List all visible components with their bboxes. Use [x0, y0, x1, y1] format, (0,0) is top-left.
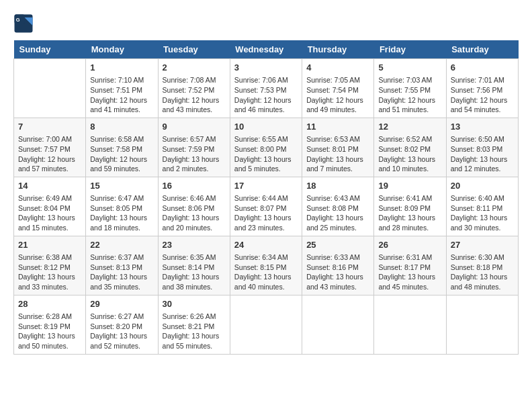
calendar-table: SundayMondayTuesdayWednesdayThursdayFrid…: [13, 40, 519, 355]
day-info: Sunrise: 6:49 AM Sunset: 8:04 PM Dayligh…: [18, 193, 81, 233]
day-info: Sunrise: 6:55 AM Sunset: 8:00 PM Dayligh…: [234, 134, 298, 174]
weekday-header-monday: Monday: [86, 40, 158, 59]
calendar-week-1: 1Sunrise: 7:10 AM Sunset: 7:51 PM Daylig…: [14, 59, 519, 118]
day-info: Sunrise: 6:37 AM Sunset: 8:13 PM Dayligh…: [90, 253, 153, 292]
day-number: 30: [163, 298, 226, 310]
weekday-header-friday: Friday: [374, 40, 446, 59]
day-number: 19: [378, 180, 441, 192]
day-number: 15: [90, 180, 153, 192]
day-number: 29: [90, 298, 153, 310]
day-info: Sunrise: 6:53 AM Sunset: 8:01 PM Dayligh…: [306, 134, 369, 174]
day-number: 18: [306, 180, 369, 192]
calendar-cell: 15Sunrise: 6:47 AM Sunset: 8:05 PM Dayli…: [86, 177, 158, 236]
calendar-week-4: 21Sunrise: 6:38 AM Sunset: 8:12 PM Dayli…: [14, 236, 519, 295]
calendar-cell: 23Sunrise: 6:35 AM Sunset: 8:14 PM Dayli…: [158, 236, 230, 295]
day-number: 21: [18, 239, 81, 251]
day-number: 2: [163, 62, 226, 74]
calendar-cell: 4Sunrise: 7:05 AM Sunset: 7:54 PM Daylig…: [302, 59, 374, 118]
day-number: 22: [90, 239, 153, 251]
day-number: 26: [378, 239, 441, 251]
day-number: 16: [163, 180, 226, 192]
calendar-cell: 26Sunrise: 6:31 AM Sunset: 8:17 PM Dayli…: [374, 236, 446, 295]
day-number: 20: [451, 180, 514, 192]
calendar-cell: 9Sunrise: 6:57 AM Sunset: 7:59 PM Daylig…: [158, 118, 230, 177]
day-number: 6: [451, 62, 514, 74]
day-number: 28: [18, 298, 81, 310]
day-number: 11: [306, 121, 369, 133]
day-number: 17: [234, 180, 298, 192]
calendar-cell: [446, 295, 518, 354]
calendar-week-3: 14Sunrise: 6:49 AM Sunset: 8:04 PM Dayli…: [14, 177, 519, 236]
day-info: Sunrise: 6:58 AM Sunset: 7:58 PM Dayligh…: [90, 134, 153, 174]
day-number: 23: [163, 239, 226, 251]
day-number: 13: [451, 121, 514, 133]
day-info: Sunrise: 7:05 AM Sunset: 7:54 PM Dayligh…: [306, 75, 369, 115]
day-info: Sunrise: 6:34 AM Sunset: 8:15 PM Dayligh…: [234, 253, 298, 292]
calendar-week-2: 7Sunrise: 7:00 AM Sunset: 7:57 PM Daylig…: [14, 118, 519, 177]
weekday-header-wednesday: Wednesday: [230, 40, 302, 59]
calendar-cell: 14Sunrise: 6:49 AM Sunset: 8:04 PM Dayli…: [14, 177, 86, 236]
day-number: 14: [18, 180, 81, 192]
day-info: Sunrise: 6:31 AM Sunset: 8:17 PM Dayligh…: [378, 253, 441, 292]
day-info: Sunrise: 6:44 AM Sunset: 8:07 PM Dayligh…: [234, 193, 298, 233]
calendar-cell: 25Sunrise: 6:33 AM Sunset: 8:16 PM Dayli…: [302, 236, 374, 295]
calendar-cell: 11Sunrise: 6:53 AM Sunset: 8:01 PM Dayli…: [302, 118, 374, 177]
calendar-cell: 2Sunrise: 7:08 AM Sunset: 7:52 PM Daylig…: [158, 59, 230, 118]
day-number: 27: [451, 239, 514, 251]
calendar-cell: 3Sunrise: 7:06 AM Sunset: 7:53 PM Daylig…: [230, 59, 302, 118]
calendar-cell: 10Sunrise: 6:55 AM Sunset: 8:00 PM Dayli…: [230, 118, 302, 177]
day-number: 8: [90, 121, 153, 133]
day-info: Sunrise: 6:43 AM Sunset: 8:08 PM Dayligh…: [306, 193, 369, 233]
calendar-cell: 30Sunrise: 6:26 AM Sunset: 8:21 PM Dayli…: [158, 295, 230, 354]
day-info: Sunrise: 6:28 AM Sunset: 8:19 PM Dayligh…: [18, 312, 81, 351]
calendar-cell: [14, 59, 86, 118]
weekday-header-tuesday: Tuesday: [158, 40, 230, 59]
day-info: Sunrise: 6:38 AM Sunset: 8:12 PM Dayligh…: [18, 253, 81, 292]
calendar-cell: 21Sunrise: 6:38 AM Sunset: 8:12 PM Dayli…: [14, 236, 86, 295]
calendar-cell: [374, 295, 446, 354]
calendar-cell: 5Sunrise: 7:03 AM Sunset: 7:55 PM Daylig…: [374, 59, 446, 118]
weekday-header-sunday: Sunday: [14, 40, 86, 59]
calendar-cell: 8Sunrise: 6:58 AM Sunset: 7:58 PM Daylig…: [86, 118, 158, 177]
calendar-week-5: 28Sunrise: 6:28 AM Sunset: 8:19 PM Dayli…: [14, 295, 519, 354]
day-info: Sunrise: 6:26 AM Sunset: 8:21 PM Dayligh…: [163, 312, 226, 351]
weekday-header-saturday: Saturday: [446, 40, 518, 59]
calendar-cell: 6Sunrise: 7:01 AM Sunset: 7:56 PM Daylig…: [446, 59, 518, 118]
svg-text:G: G: [16, 17, 20, 23]
day-info: Sunrise: 7:08 AM Sunset: 7:52 PM Dayligh…: [163, 75, 226, 115]
day-number: 3: [234, 62, 298, 74]
weekday-header-row: SundayMondayTuesdayWednesdayThursdayFrid…: [14, 40, 519, 59]
day-info: Sunrise: 6:35 AM Sunset: 8:14 PM Dayligh…: [163, 253, 226, 292]
day-info: Sunrise: 6:46 AM Sunset: 8:06 PM Dayligh…: [163, 193, 226, 233]
logo-icon: G: [13, 13, 34, 34]
day-number: 10: [234, 121, 298, 133]
calendar-cell: 18Sunrise: 6:43 AM Sunset: 8:08 PM Dayli…: [302, 177, 374, 236]
calendar-cell: 24Sunrise: 6:34 AM Sunset: 8:15 PM Dayli…: [230, 236, 302, 295]
calendar-cell: 27Sunrise: 6:30 AM Sunset: 8:18 PM Dayli…: [446, 236, 518, 295]
calendar-cell: 1Sunrise: 7:10 AM Sunset: 7:51 PM Daylig…: [86, 59, 158, 118]
day-info: Sunrise: 7:01 AM Sunset: 7:56 PM Dayligh…: [451, 75, 514, 115]
day-info: Sunrise: 6:41 AM Sunset: 8:09 PM Dayligh…: [378, 193, 441, 233]
calendar-cell: 22Sunrise: 6:37 AM Sunset: 8:13 PM Dayli…: [86, 236, 158, 295]
day-info: Sunrise: 6:50 AM Sunset: 8:03 PM Dayligh…: [451, 134, 514, 174]
calendar-cell: [302, 295, 374, 354]
calendar-cell: 7Sunrise: 7:00 AM Sunset: 7:57 PM Daylig…: [14, 118, 86, 177]
calendar-cell: 19Sunrise: 6:41 AM Sunset: 8:09 PM Dayli…: [374, 177, 446, 236]
calendar-cell: 13Sunrise: 6:50 AM Sunset: 8:03 PM Dayli…: [446, 118, 518, 177]
day-number: 7: [18, 121, 81, 133]
day-number: 25: [306, 239, 369, 251]
day-info: Sunrise: 6:40 AM Sunset: 8:11 PM Dayligh…: [451, 193, 514, 233]
calendar-cell: 20Sunrise: 6:40 AM Sunset: 8:11 PM Dayli…: [446, 177, 518, 236]
day-info: Sunrise: 7:03 AM Sunset: 7:55 PM Dayligh…: [378, 75, 441, 115]
day-info: Sunrise: 6:30 AM Sunset: 8:18 PM Dayligh…: [451, 253, 514, 292]
weekday-header-thursday: Thursday: [302, 40, 374, 59]
calendar-cell: 29Sunrise: 6:27 AM Sunset: 8:20 PM Dayli…: [86, 295, 158, 354]
day-info: Sunrise: 6:52 AM Sunset: 8:02 PM Dayligh…: [378, 134, 441, 174]
page-header: G: [13, 13, 519, 34]
day-number: 9: [163, 121, 226, 133]
calendar-cell: 28Sunrise: 6:28 AM Sunset: 8:19 PM Dayli…: [14, 295, 86, 354]
day-info: Sunrise: 6:27 AM Sunset: 8:20 PM Dayligh…: [90, 312, 153, 351]
day-info: Sunrise: 6:47 AM Sunset: 8:05 PM Dayligh…: [90, 193, 153, 233]
day-number: 12: [378, 121, 441, 133]
calendar-cell: 12Sunrise: 6:52 AM Sunset: 8:02 PM Dayli…: [374, 118, 446, 177]
